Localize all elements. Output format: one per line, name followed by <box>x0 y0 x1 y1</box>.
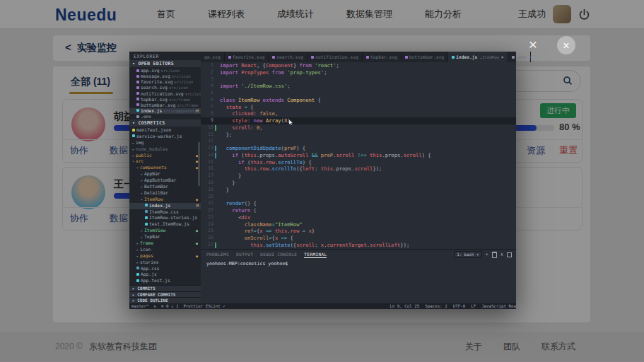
terminal-tab-OUTPUT[interactable]: OUTPUT <box>236 252 253 258</box>
file-search.svg[interactable]: search.svgsrc/icon <box>129 85 201 90</box>
file-public[interactable]: ▸public● <box>129 153 201 159</box>
file-notification.svg[interactable]: notification.svgsrc/icon <box>129 91 201 97</box>
file-label: index.js <box>149 203 170 208</box>
file-ItemRow[interactable]: ▾ItemRow● <box>129 197 201 203</box>
more-actions-icon[interactable]: ⋯ <box>537 54 539 60</box>
file-label: icon <box>140 247 151 252</box>
file-App.js[interactable]: App.js <box>129 272 201 278</box>
file-path-hint: src/components… <box>163 109 199 113</box>
status-lf[interactable]: LF <box>471 303 476 309</box>
tab-close-icon[interactable]: × <box>501 54 504 59</box>
file-AppBar[interactable]: ▸AppBar <box>129 171 201 177</box>
line-content: scroll: 0, <box>220 124 263 132</box>
file-img[interactable]: ▸img <box>129 140 201 146</box>
code-line: 1import React, {Component} from 'react'; <box>201 62 516 69</box>
terminal-prompt[interactable]: yoohoos-MBP:cosmetics yoohoo$ <box>206 261 288 267</box>
open-editors-header[interactable]: ▾ OPEN EDITORS <box>129 60 201 67</box>
file-bottombar.svg[interactable]: bottombar.svgsrc/frame <box>129 103 201 108</box>
file-BottomBar[interactable]: ▸BottomBar <box>129 184 201 190</box>
file-index.js[interactable]: index.jssrc/components…M <box>129 108 201 114</box>
line-content: }; <box>220 132 232 139</box>
file-pages[interactable]: ▸pages● <box>129 253 201 259</box>
file-test.ItemRow.js[interactable]: test.ItemRow.js <box>129 221 201 228</box>
editor-tab-favorite.svg[interactable]: favorite.svg <box>225 52 269 62</box>
file-App.css[interactable]: App.css <box>129 266 201 272</box>
terminal-tab-PROBLEMS[interactable]: PROBLEMS <box>206 252 229 258</box>
file-manifest.json[interactable]: manifest.json <box>129 127 201 134</box>
file-index.js[interactable]: index.jsM <box>129 203 201 209</box>
tab-label: ge.svg <box>204 54 221 59</box>
panel-close-icon[interactable] <box>507 252 512 257</box>
kill-terminal-icon[interactable] <box>492 252 497 258</box>
file-message.svg[interactable]: message.svgsrc/icon <box>129 74 201 79</box>
status-left: master* ↻ ⊘ 0 ⚠ 1 Prettier ESLint ✓ <box>131 303 226 309</box>
changes-dot-icon: ● <box>196 228 198 234</box>
line-number: 23 <box>201 214 213 221</box>
file-frame[interactable]: ▸frame● <box>129 240 201 247</box>
status-right: Ln 9, Col 25Spaces: 2UTF-8LFJavaScript R… <box>390 303 516 309</box>
file-components[interactable]: ▾components● <box>129 165 201 171</box>
file-AppBottomBar[interactable]: ▸AppBottomBar <box>129 177 201 184</box>
file-ItemRow.stories.js[interactable]: ItemRow.stories.js <box>129 215 201 221</box>
project-header[interactable]: ▾ COSMETICS <box>129 119 201 127</box>
line-number: 7 <box>201 104 213 111</box>
file-label: manifest.json <box>136 127 171 132</box>
file-App.test.js[interactable]: App.test.js <box>129 278 201 284</box>
file-ItemView[interactable]: ▸ItemView● <box>129 228 201 234</box>
git-gutter-marker <box>215 146 216 151</box>
file-service-worker.js[interactable]: service-worker.js <box>129 134 201 140</box>
new-terminal-icon[interactable]: + <box>486 252 488 257</box>
editor-tab-index.js[interactable]: index.js …ItemRow× <box>448 52 508 62</box>
tab-label: search.svg <box>276 54 303 59</box>
line-content: componentDidUpdate(preP) { <box>220 145 305 152</box>
file-label: app.svg <box>141 68 160 73</box>
editor-tab-notification.svg[interactable]: notification.svg <box>308 52 363 62</box>
terminal-tab-DEBUG CONSOLE[interactable]: DEBUG CONSOLE <box>260 252 297 258</box>
problems-indicator[interactable]: ⊘ 0 ⚠ 1 <box>161 303 178 309</box>
file-stories[interactable]: ▸stories <box>129 259 201 266</box>
status-spaces:[interactable]: Spaces: 2 <box>425 303 447 309</box>
split-editor-icon[interactable]: ◫ <box>531 54 534 60</box>
section-code-outline[interactable]: ▸ CODE OUTLINE <box>129 297 201 303</box>
code-line: 18 } <box>201 180 516 187</box>
editor-tab-.env[interactable]: .env <box>508 52 531 62</box>
code-editor[interactable]: 1import React, {Component} from 'react';… <box>201 62 516 249</box>
git-gutter-marker <box>215 125 216 131</box>
formatter-status[interactable]: Prettier ESLint ✓ <box>183 303 225 309</box>
code-line: 6class ItemRow extends Component { <box>201 97 516 104</box>
line-content: render() { <box>220 200 257 207</box>
file-favorite.svg[interactable]: favorite.svgsrc/icon <box>129 79 201 85</box>
git-branch[interactable]: master* <box>131 303 148 309</box>
sidebar-scrollbar[interactable] <box>198 142 200 186</box>
shell-select[interactable]: 1: bash ▾ <box>454 251 481 258</box>
terminal-tab-TERMINAL[interactable]: TERMINAL <box>304 252 327 258</box>
file-icon[interactable]: ▸icon <box>129 247 201 253</box>
sync-icon[interactable]: ↻ <box>153 303 156 309</box>
close-circle-icon[interactable]: × <box>557 36 575 54</box>
code-line: 10 scroll: 0, <box>201 124 516 132</box>
svg-file-icon <box>136 98 139 100</box>
file-TopBar[interactable]: ▸TopBar <box>129 234 201 240</box>
section-commits[interactable]: ▸ COMMITS <box>129 285 201 291</box>
close-icon[interactable]: × <box>526 37 540 52</box>
editor-tab-ge.svg[interactable]: ge.svg <box>201 52 225 62</box>
status-utf-8[interactable]: UTF-8 <box>453 303 465 309</box>
svg-file-icon <box>228 56 231 59</box>
line-number: 10 <box>201 124 213 132</box>
file-topbar.svg[interactable]: topbar.svgsrc/frame <box>129 97 201 103</box>
file-src[interactable]: ▾src● <box>129 158 201 165</box>
panel-maximize-icon[interactable]: ∧ <box>500 252 503 257</box>
status-ln[interactable]: Ln 9, Col 25 <box>390 303 419 309</box>
changes-dot-icon: ● <box>196 240 198 247</box>
section-compare-commits[interactable]: ▸ COMPARE COMMITS <box>129 291 201 298</box>
status-javascript[interactable]: JavaScript Rea <box>481 303 516 309</box>
editor-tab-topbar.svg[interactable]: topbar.svg <box>363 52 402 62</box>
editor-tab-bottombar.svg[interactable]: bottombar.svg <box>402 52 448 62</box>
file-node_modules[interactable]: ▸node_modules <box>129 146 201 153</box>
editor-tab-search.svg[interactable]: search.svg <box>269 52 308 62</box>
file-app.svg[interactable]: app.svgsrc/icon <box>129 68 201 74</box>
file-ItemRow.css[interactable]: ItemRow.css <box>129 209 201 216</box>
line-content: <div <box>220 214 250 221</box>
file-DetailBar[interactable]: ▸DetailBar <box>129 190 201 197</box>
line-number: 19 <box>201 187 213 194</box>
